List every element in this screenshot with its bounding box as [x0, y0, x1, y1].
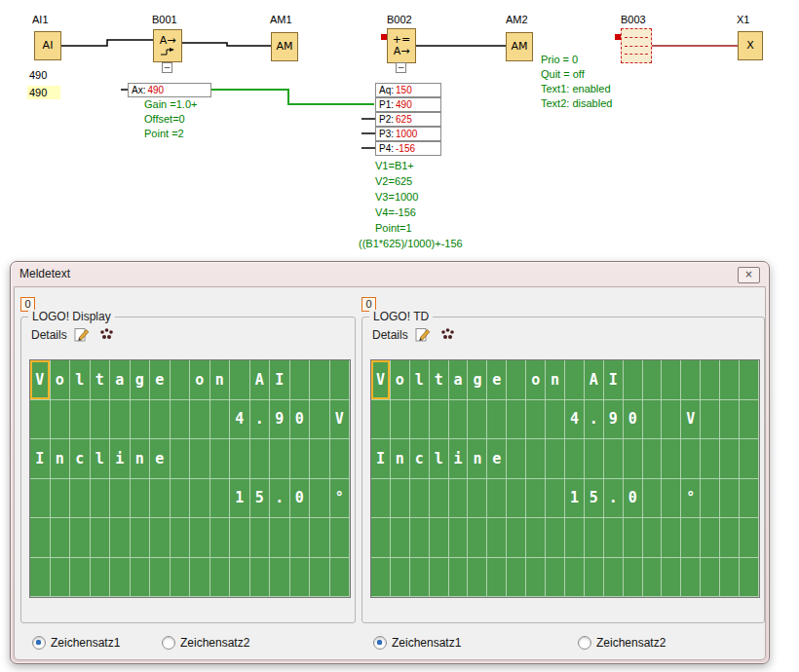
- lcd-cell[interactable]: [507, 518, 526, 558]
- lcd-cell[interactable]: t: [91, 360, 111, 400]
- lcd-cell[interactable]: o: [190, 360, 210, 400]
- lcd-cell[interactable]: 0: [290, 479, 311, 519]
- lcd-cell[interactable]: n: [51, 439, 71, 479]
- lcd-cell[interactable]: [190, 518, 210, 558]
- lcd-cell[interactable]: [270, 439, 290, 479]
- lcd-cell[interactable]: [310, 479, 330, 519]
- lcd-cell[interactable]: e: [150, 439, 171, 479]
- lcd-cell[interactable]: [230, 360, 250, 400]
- lcd-cell[interactable]: n: [210, 360, 231, 400]
- lcd-cell[interactable]: [391, 479, 410, 519]
- lcd-cell[interactable]: 9: [270, 400, 290, 440]
- lcd-cell[interactable]: [643, 400, 663, 440]
- lcd-cell[interactable]: A: [585, 360, 604, 400]
- lcd-cell[interactable]: [526, 558, 546, 598]
- lcd-cell[interactable]: [565, 439, 585, 479]
- lcd-cell[interactable]: [210, 518, 231, 558]
- lcd-cell[interactable]: [310, 439, 330, 479]
- lcd-cell[interactable]: [585, 439, 604, 479]
- lcd-cell[interactable]: [740, 400, 759, 440]
- lcd-cell[interactable]: o: [526, 360, 546, 400]
- lcd-cell[interactable]: i: [110, 439, 131, 479]
- lcd-cell[interactable]: [546, 558, 565, 598]
- lcd-cell[interactable]: g: [468, 360, 487, 400]
- lcd-cell[interactable]: [30, 400, 51, 440]
- lcd-cell[interactable]: [150, 400, 171, 440]
- lcd-cell[interactable]: [310, 518, 330, 558]
- lcd-cell[interactable]: [662, 558, 681, 598]
- lcd-cell[interactable]: [51, 479, 71, 519]
- lcd-cell[interactable]: 1: [565, 479, 585, 519]
- lcd-cell[interactable]: [371, 400, 391, 440]
- lcd-cell[interactable]: g: [131, 360, 151, 400]
- param-box-ax[interactable]: Ax:490: [128, 83, 211, 97]
- lcd-cell[interactable]: [371, 479, 391, 519]
- lcd-cell[interactable]: I: [30, 439, 51, 479]
- lcd-cell[interactable]: e: [487, 360, 507, 400]
- block-x1[interactable]: X: [738, 31, 763, 60]
- lcd-cell[interactable]: 0: [624, 479, 643, 519]
- lcd-cell[interactable]: [449, 400, 469, 440]
- lcd-cell[interactable]: n: [468, 439, 487, 479]
- lcd-cell[interactable]: [230, 558, 250, 598]
- lcd-cell[interactable]: [290, 518, 311, 558]
- lcd-cell[interactable]: [449, 518, 469, 558]
- lcd-cell[interactable]: [507, 558, 526, 598]
- lcd-cell[interactable]: [70, 400, 91, 440]
- lcd-cell[interactable]: .: [585, 400, 604, 440]
- lcd-cell[interactable]: [546, 518, 565, 558]
- lcd-cell[interactable]: [270, 518, 290, 558]
- lcd-cell[interactable]: V: [371, 360, 391, 400]
- lcd-cell[interactable]: [91, 479, 111, 519]
- lcd-cell[interactable]: °: [681, 479, 701, 519]
- lcd-cell[interactable]: [604, 518, 624, 558]
- param-box-p1[interactable]: P1:490: [375, 97, 441, 112]
- lcd-cell[interactable]: V: [330, 400, 351, 440]
- lcd-cell[interactable]: [546, 479, 565, 519]
- collapse-button-b002[interactable]: −: [396, 62, 406, 73]
- lcd-cell[interactable]: [585, 518, 604, 558]
- lcd-cell[interactable]: [91, 558, 111, 598]
- lcd-cell[interactable]: [91, 400, 111, 440]
- lcd-cell[interactable]: 4: [230, 400, 250, 440]
- lcd-cell[interactable]: [526, 518, 546, 558]
- block-b001[interactable]: A→: [153, 29, 182, 62]
- radio-item-zeichensatz1[interactable]: Zeichensatz1: [373, 636, 461, 650]
- block-b003[interactable]: [621, 28, 652, 63]
- lcd-cell[interactable]: [487, 518, 507, 558]
- lcd-cell[interactable]: [662, 479, 681, 519]
- lcd-cell[interactable]: [110, 558, 131, 598]
- lcd-cell[interactable]: [701, 518, 720, 558]
- lcd-cell[interactable]: [110, 518, 131, 558]
- lcd-cell[interactable]: l: [430, 439, 449, 479]
- lcd-cell[interactable]: [371, 518, 391, 558]
- lcd-cell[interactable]: [681, 518, 701, 558]
- lcd-cell[interactable]: [330, 518, 351, 558]
- lcd-cell[interactable]: [430, 518, 449, 558]
- lcd-cell[interactable]: [330, 558, 351, 598]
- lcd-cell[interactable]: [150, 558, 171, 598]
- lcd-cell[interactable]: 5: [585, 479, 604, 519]
- lcd-cell[interactable]: [250, 439, 271, 479]
- lcd-cell[interactable]: [171, 439, 191, 479]
- block-am1[interactable]: AM: [271, 32, 298, 61]
- lcd-cell[interactable]: A: [250, 360, 271, 400]
- lcd-cell[interactable]: [391, 558, 410, 598]
- lcd-cell[interactable]: o: [391, 360, 410, 400]
- lcd-cell[interactable]: [290, 360, 311, 400]
- special-characters-icon[interactable]: [98, 326, 116, 343]
- lcd-cell[interactable]: [290, 439, 311, 479]
- lcd-cell[interactable]: [740, 439, 759, 479]
- lcd-cell[interactable]: [526, 439, 546, 479]
- lcd-cell[interactable]: [643, 360, 663, 400]
- lcd-cell[interactable]: [210, 400, 231, 440]
- lcd-cell[interactable]: n: [546, 360, 565, 400]
- lcd-cell[interactable]: [604, 558, 624, 598]
- lcd-cell[interactable]: 5: [250, 479, 271, 519]
- lcd-cell[interactable]: 0: [624, 400, 643, 440]
- lcd-cell[interactable]: [410, 479, 430, 519]
- lcd-cell[interactable]: [565, 518, 585, 558]
- lcd-cell[interactable]: [449, 558, 469, 598]
- lcd-cell[interactable]: .: [270, 479, 290, 519]
- lcd-cell[interactable]: [449, 479, 469, 519]
